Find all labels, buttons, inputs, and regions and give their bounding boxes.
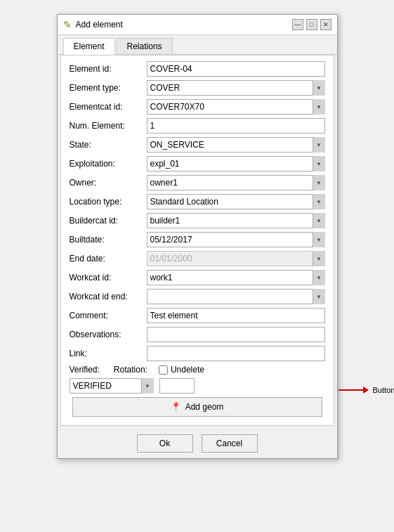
add-geom-button[interactable]: 📍 Add geom xyxy=(72,397,322,417)
maximize-button[interactable]: □ xyxy=(306,19,317,30)
verified-inputs-row: VERIFIED ▼ xyxy=(70,378,325,394)
workcat-id-select[interactable]: work1 xyxy=(147,270,325,285)
cancel-button[interactable]: Cancel xyxy=(202,434,258,453)
builtdate-row: Builtdate: 05/12/2017 ▼ xyxy=(70,232,325,247)
buildercat-id-row: Buildercat id: builder1 ▼ xyxy=(70,213,325,228)
exploitation-label: Exploitation: xyxy=(70,159,147,169)
link-row: Link: xyxy=(70,346,325,361)
workcat-id-end-row: Workcat id end: ▼ xyxy=(70,289,325,304)
element-id-label: Element id: xyxy=(70,64,147,74)
elementcat-id-row: Elementcat id: COVER70X70 ▼ xyxy=(70,99,325,115)
element-id-input[interactable] xyxy=(147,61,325,77)
arrow-shaft xyxy=(339,389,363,391)
elementcat-id-select-wrapper: COVER70X70 ▼ xyxy=(147,99,325,115)
tab-relations[interactable]: Relations xyxy=(117,38,173,54)
workcat-id-end-label: Workcat id end: xyxy=(70,292,147,301)
link-label: Link: xyxy=(70,349,147,358)
annotation-arrow xyxy=(339,387,369,394)
rotation-input[interactable] xyxy=(159,378,195,394)
element-type-select-wrapper: COVER ▼ xyxy=(147,80,325,96)
exploitation-row: Exploitation: expl_01 ▼ xyxy=(70,156,325,171)
undelete-label: Undelete xyxy=(171,365,204,375)
link-input[interactable] xyxy=(147,346,325,361)
tab-bar: Element Relations xyxy=(58,35,337,55)
builtdate-select-wrapper: 05/12/2017 ▼ xyxy=(147,232,325,247)
verified-rotation-row: Verified: Rotation: Undelete xyxy=(70,365,325,375)
comment-row: Comment: xyxy=(70,308,325,323)
element-type-label: Element type: xyxy=(70,83,147,93)
state-label: State: xyxy=(70,140,147,150)
close-button[interactable]: ✕ xyxy=(320,19,331,30)
annotation-text: Button to add geometry xyxy=(373,385,395,396)
arrow-head-icon xyxy=(363,387,369,394)
verified-select-wrapper: VERIFIED ▼ xyxy=(70,378,154,394)
add-geom-area: 📍 Add geom xyxy=(72,397,322,417)
comment-label: Comment: xyxy=(70,311,147,320)
rotation-label: Rotation: xyxy=(114,365,147,375)
owner-select-wrapper: owner1 ▼ xyxy=(147,175,325,190)
owner-row: Owner: owner1 ▼ xyxy=(70,175,325,190)
window-title: Add element xyxy=(76,20,123,30)
location-type-select[interactable]: Standard Location xyxy=(147,194,325,209)
verified-label: Verified: xyxy=(70,365,100,375)
end-date-label: End date: xyxy=(70,254,147,264)
elementcat-id-select[interactable]: COVER70X70 xyxy=(147,99,325,115)
verified-section: Verified: xyxy=(70,365,103,375)
workcat-id-label: Workcat id: xyxy=(70,273,147,283)
buildercat-id-label: Buildercat id: xyxy=(70,216,147,226)
workcat-id-select-wrapper: work1 ▼ xyxy=(147,270,325,285)
end-date-select[interactable]: 01/01/2000 xyxy=(147,251,325,266)
location-type-row: Location type: Standard Location ▼ xyxy=(70,194,325,209)
num-element-label: Num. Element: xyxy=(70,121,147,131)
state-select[interactable]: ON_SERVICE xyxy=(147,137,325,153)
element-type-row: Element type: COVER ▼ xyxy=(70,80,325,96)
window-icon: ✎ xyxy=(63,19,72,30)
end-date-row: End date: 01/01/2000 ▼ xyxy=(70,251,325,266)
add-geom-label: Add geom xyxy=(185,402,224,412)
workcat-id-end-select[interactable] xyxy=(147,289,325,304)
observations-row: Observations: xyxy=(70,327,325,342)
location-type-label: Location type: xyxy=(70,197,147,207)
tab-element[interactable]: Element xyxy=(63,38,115,55)
rotation-section: Rotation: xyxy=(114,365,147,375)
location-type-select-wrapper: Standard Location ▼ xyxy=(147,194,325,209)
builtdate-label: Builtdate: xyxy=(70,235,147,245)
form-body: Element id: Element type: COVER ▼ Eleme xyxy=(60,55,334,426)
minimize-button[interactable]: — xyxy=(292,19,303,30)
num-element-row: Num. Element: xyxy=(70,118,325,134)
buildercat-id-select-wrapper: builder1 ▼ xyxy=(147,213,325,228)
comment-input[interactable] xyxy=(147,308,325,323)
builtdate-select[interactable]: 05/12/2017 xyxy=(147,232,325,247)
buildercat-id-select[interactable]: builder1 xyxy=(147,213,325,228)
undelete-checkbox[interactable] xyxy=(159,365,168,375)
end-date-select-wrapper: 01/01/2000 ▼ xyxy=(147,251,325,266)
footer-buttons: Ok Cancel xyxy=(58,429,337,458)
ok-button[interactable]: Ok xyxy=(137,434,193,453)
observations-label: Observations: xyxy=(70,330,147,339)
owner-label: Owner: xyxy=(70,178,147,188)
element-id-row: Element id: xyxy=(70,61,325,77)
title-controls: — □ ✕ xyxy=(292,19,331,30)
title-bar: ✎ Add element — □ ✕ xyxy=(58,15,337,35)
observations-input[interactable] xyxy=(147,327,325,342)
exploitation-select-wrapper: expl_01 ▼ xyxy=(147,156,325,171)
workcat-id-row: Workcat id: work1 ▼ xyxy=(70,270,325,285)
exploitation-select[interactable]: expl_01 xyxy=(147,156,325,171)
pin-icon: 📍 xyxy=(171,402,181,412)
num-element-input[interactable] xyxy=(147,118,325,134)
element-type-select[interactable]: COVER xyxy=(147,80,325,96)
undelete-section: Undelete xyxy=(159,365,204,375)
add-element-dialog: ✎ Add element — □ ✕ Element Relations El… xyxy=(57,14,338,459)
state-row: State: ON_SERVICE ▼ xyxy=(70,137,325,153)
state-select-wrapper: ON_SERVICE ▼ xyxy=(147,137,325,153)
annotation-container: Button to add geometry xyxy=(339,385,395,396)
elementcat-id-label: Elementcat id: xyxy=(70,102,147,112)
owner-select[interactable]: owner1 xyxy=(147,175,325,190)
workcat-id-end-select-wrapper: ▼ xyxy=(147,289,325,304)
verified-select[interactable]: VERIFIED xyxy=(70,378,154,394)
